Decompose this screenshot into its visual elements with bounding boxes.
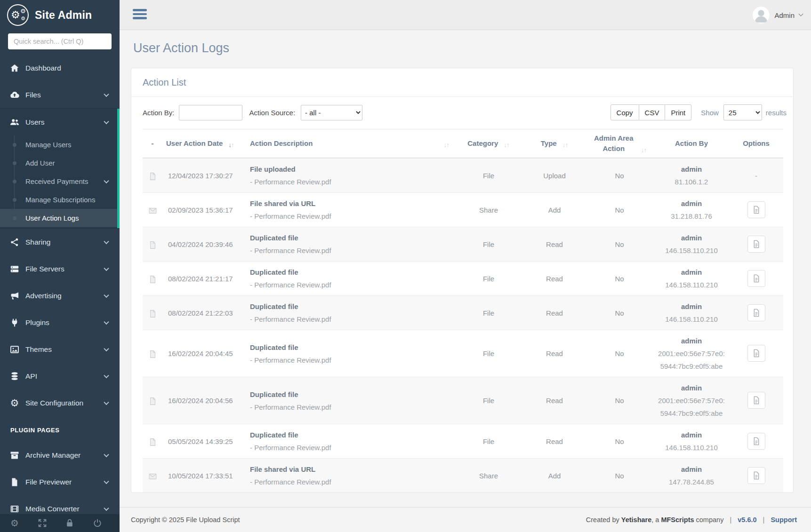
file-icon (9, 477, 20, 487)
lock-icon[interactable] (64, 518, 75, 528)
view-log-details-button[interactable] (747, 433, 765, 450)
home-icon (9, 63, 20, 73)
megaphone-icon (9, 291, 20, 301)
action-detail: - Performance Review.pdf (250, 313, 450, 326)
action-by-user: admin (658, 429, 725, 441)
chevron-down-icon (104, 91, 109, 96)
cell-action-by: admin2001:ee0:56e7:57e0:5944:7bc9:e0f5:a… (654, 377, 729, 424)
sidebar-item-plugins[interactable]: Plugins (0, 309, 120, 336)
results-label: results (766, 109, 787, 117)
brand[interactable]: ⚙ ⚙ ⚙ Site Admin (0, 0, 120, 30)
sidebar-item-label: Dashboard (25, 64, 61, 72)
column-header-type[interactable]: Type↓↑ (524, 129, 585, 159)
cell-category: File (453, 424, 524, 459)
cell-user-action-date: 05/05/2024 14:39:25 (162, 424, 246, 459)
sidebar-item-users[interactable]: Users (0, 109, 120, 135)
sidebar-item-label: Advertising (25, 292, 62, 300)
view-log-details-button[interactable] (747, 345, 765, 362)
file-icon (148, 349, 157, 359)
sidebar-subitem-manage-subscriptions[interactable]: Manage Subscriptions (0, 191, 120, 209)
column-header-date[interactable]: User Action Date↓↑ (162, 129, 246, 159)
mfscripts-link[interactable]: MFScripts (661, 516, 694, 524)
copy-button[interactable]: Copy (610, 104, 639, 120)
options-empty: - (755, 172, 757, 180)
column-header-description[interactable]: Action Description↓↑ (246, 129, 453, 159)
sidebar-item-files[interactable]: Files (0, 81, 120, 108)
gear-icon[interactable]: ⚙ (9, 518, 20, 528)
csv-button[interactable]: CSV (639, 104, 666, 120)
print-button[interactable]: Print (665, 104, 691, 120)
action-by-user: admin (658, 197, 725, 210)
cell-admin-area-action: No (585, 459, 654, 493)
action-by-ip: 146.158.110.210 (658, 278, 725, 291)
column-header-category[interactable]: Category↓↑ (453, 129, 524, 159)
sidebar-item-themes[interactable]: Themes (0, 336, 120, 363)
user-menu[interactable]: Admin (753, 0, 803, 30)
filters-left: Action By: Action Source: - all - (143, 105, 362, 120)
view-log-details-button[interactable] (747, 304, 765, 321)
sidebar-item-dashboard[interactable]: Dashboard (0, 55, 120, 81)
column-header-admin[interactable]: Admin Area Action↓↑ (585, 129, 654, 159)
menu-toggle-button[interactable] (133, 9, 147, 21)
power-icon[interactable] (92, 518, 103, 528)
action-by-input[interactable] (179, 105, 242, 120)
cell-action-by: admin146.158.110.210 (654, 262, 729, 296)
sidebar-item-archive-manager[interactable]: Archive Manager (0, 442, 120, 468)
expand-icon[interactable] (37, 518, 48, 528)
column-header-content: Action By (675, 138, 708, 149)
yetishare-link[interactable]: Yetishare (621, 516, 652, 524)
view-log-details-button[interactable] (747, 467, 765, 484)
sidebar-item-advertising[interactable]: Advertising (0, 282, 120, 309)
nav-group-dashboard: Dashboard (0, 55, 120, 81)
cell-options (729, 330, 783, 377)
show-results-select[interactable]: 25 (723, 104, 762, 120)
sidebar-item-file-servers[interactable]: File Servers (0, 255, 120, 282)
support-link[interactable]: Support (771, 516, 797, 524)
quick-search-input[interactable] (8, 33, 112, 49)
cell-admin-area-action: No (585, 227, 654, 262)
sidebar-item-label: Site Configuration (25, 399, 83, 407)
column-header-options: Options (729, 129, 783, 159)
chevron-down-icon (104, 292, 109, 297)
column-header-label: Category (467, 138, 498, 149)
cell-action-by: admin31.218.81.76 (654, 193, 729, 227)
sidebar-item-sharing[interactable]: Sharing (0, 229, 120, 255)
action-title: File shared via URL (250, 197, 450, 210)
column-header-label: - (152, 138, 154, 149)
cell-action-description: Duplicated file- Performance Review.pdf (246, 330, 453, 377)
sidebar-subitem-user-action-logs[interactable]: User Action Logs (0, 209, 120, 227)
sidebar-item-label: Media Converter (25, 505, 80, 513)
filters-right: CopyCSVPrint Show 25 results (610, 104, 787, 120)
view-log-details-button[interactable] (747, 236, 765, 253)
sidebar-subitem-label: Received Payments (25, 177, 88, 185)
action-source-select[interactable]: - all - (301, 105, 362, 120)
cell-action-type (143, 193, 162, 227)
action-detail: - Performance Review.pdf (250, 401, 450, 413)
cell-category: File (453, 296, 524, 330)
sidebar-item-site-configuration[interactable]: ⚙Site Configuration (0, 389, 120, 416)
bullet-icon (13, 198, 16, 202)
sidebar-item-api[interactable]: API (0, 363, 120, 389)
gear-icon: ⚙ (20, 8, 26, 14)
view-log-details-button[interactable] (747, 201, 765, 218)
cell-action-description: Duplicated file- Performance Review.pdf (246, 262, 453, 296)
chevron-down-icon (104, 346, 109, 351)
show-label: Show (701, 109, 719, 117)
sidebar-subitem-add-user[interactable]: Add User (0, 154, 120, 172)
cell-action-description: File uploaded- Performance Review.pdf (246, 158, 453, 193)
file-icon (148, 171, 157, 182)
view-log-details-button[interactable] (747, 270, 765, 287)
action-by-ip: 147.78.244.85 (658, 476, 725, 488)
action-detail: - Performance Review.pdf (250, 210, 450, 222)
cell-action-by: admin147.78.244.85 (654, 459, 729, 493)
version-text: v5.6.0 (738, 516, 756, 524)
cell-type: Read (524, 377, 585, 424)
sidebar-subitem-manage-users[interactable]: Manage Users (0, 135, 120, 154)
action-by-user: admin (658, 300, 725, 313)
envelope-icon (148, 471, 157, 482)
column-header-label: Action Description (250, 138, 313, 149)
view-log-details-button[interactable] (747, 392, 765, 409)
sidebar-subitem-received-payments[interactable]: Received Payments (0, 172, 120, 191)
sidebar-item-file-previewer[interactable]: File Previewer (0, 468, 120, 495)
cell-category: File (453, 330, 524, 377)
